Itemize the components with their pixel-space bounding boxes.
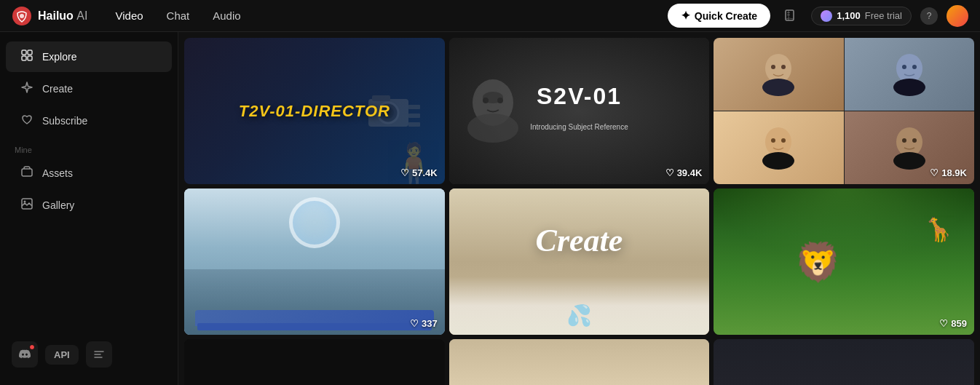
nav-right: ✦ Quick Create 1,100 Free trial ? (668, 4, 968, 28)
gallery-label: Gallery (42, 199, 74, 211)
list-button[interactable] (86, 341, 112, 368)
credits-amount: 1,100 (837, 10, 861, 21)
credits-badge[interactable]: 1,100 Free trial (811, 7, 912, 25)
video-card-dark2[interactable]: 🥛 (449, 339, 710, 385)
svg-point-21 (483, 98, 489, 103)
sidebar-item-subscribe[interactable]: Subscribe (6, 106, 172, 136)
heart-icon: ♡ (939, 318, 948, 329)
s2v-subtitle: Introducing Subject Reference (530, 123, 628, 131)
notification-dot (29, 344, 35, 350)
nav-audio[interactable]: Audio (202, 5, 250, 26)
heart-icon: ♡ (410, 318, 419, 329)
like-count: 337 (422, 318, 438, 329)
svg-point-38 (912, 138, 917, 143)
sidebar-item-explore[interactable]: Explore (6, 41, 172, 72)
sidebar-item-gallery[interactable]: Gallery (6, 190, 172, 221)
book-icon-button[interactable] (779, 4, 802, 28)
subscribe-label: Subscribe (42, 115, 87, 127)
face-3 (714, 111, 843, 184)
main-layout: Explore Create Subscribe Mine Assets (0, 32, 980, 385)
book-icon (783, 9, 798, 23)
svg-rect-17 (408, 122, 420, 127)
mine-section-label: Mine (0, 137, 178, 157)
hailuo-logo-icon (12, 6, 32, 26)
nav-video[interactable]: Video (105, 5, 153, 26)
svg-point-26 (781, 65, 786, 69)
svg-point-30 (912, 65, 917, 69)
svg-point-25 (771, 65, 775, 69)
card-stats-s2v: ♡ 39.4K (665, 167, 703, 178)
video-card-create-milk[interactable]: Create 💦 (449, 188, 710, 335)
svg-point-31 (893, 79, 925, 96)
svg-rect-5 (22, 50, 26, 55)
face-grid (714, 38, 974, 184)
heart-icon: ♡ (665, 167, 674, 178)
app-name: Hailuo AI (38, 9, 87, 23)
sidebar-item-assets[interactable]: Assets (6, 158, 172, 188)
face-2 (845, 38, 974, 111)
svg-rect-3 (787, 12, 790, 13)
logo[interactable]: Hailuo AI (12, 6, 87, 26)
svg-point-34 (781, 138, 786, 143)
svg-rect-7 (22, 56, 26, 60)
svg-rect-18 (372, 95, 390, 101)
video-card-t2v[interactable]: 🧍 T2V-01-DIRECTOR ♡ 57.4K (184, 38, 445, 184)
svg-point-39 (893, 152, 925, 170)
svg-rect-6 (28, 50, 32, 55)
svg-rect-8 (28, 56, 32, 60)
discord-button[interactable] (12, 341, 38, 368)
create-icon (20, 81, 33, 97)
video-card-faces[interactable]: ♡ 18.9K (714, 38, 974, 184)
credits-icon (821, 10, 832, 22)
s2v-title: S2V-01 (537, 83, 622, 110)
sidebar-item-create[interactable]: Create (6, 74, 172, 104)
svg-point-33 (771, 138, 775, 143)
video-card-dark1[interactable] (184, 339, 445, 385)
content-area: 🧍 T2V-01-DIRECTOR ♡ 57.4K (178, 32, 980, 385)
heart-icon: ♡ (400, 167, 409, 178)
video-card-lion[interactable]: 🦁 🦒 ♡ 859 (714, 188, 974, 335)
card-stats-faces: ♡ 18.9K (930, 167, 967, 178)
card-stats-lion: ♡ 859 (939, 318, 967, 329)
svg-rect-9 (22, 169, 32, 176)
like-count: 39.4K (677, 167, 703, 178)
face-1 (714, 38, 843, 111)
quick-create-button[interactable]: ✦ Quick Create (668, 4, 770, 28)
video-card-s2v[interactable]: S2V-01 Introducing Subject Reference ♡ 3… (449, 38, 710, 184)
svg-point-11 (24, 201, 26, 203)
svg-point-37 (902, 138, 906, 143)
top-navigation: Hailuo AI Video Chat Audio ✦ Quick Creat… (0, 0, 980, 32)
create-label: Create (42, 83, 73, 95)
explore-label: Explore (42, 51, 76, 63)
assets-icon (20, 165, 33, 181)
subscribe-icon (20, 113, 33, 129)
avatar[interactable] (947, 5, 968, 27)
help-button[interactable]: ? (920, 7, 938, 25)
svg-point-35 (762, 152, 794, 170)
nav-links: Video Chat Audio (105, 5, 661, 26)
card-stats-room: ♡ 337 (410, 318, 438, 329)
video-card-portrait[interactable] (714, 339, 974, 385)
sidebar-bottom: API (0, 333, 178, 376)
explore-icon (20, 49, 33, 65)
nav-chat[interactable]: Chat (157, 5, 200, 26)
t2v-title: T2V-01-DIRECTOR (239, 102, 390, 121)
plus-icon: ✦ (681, 9, 690, 23)
like-count: 859 (951, 318, 967, 329)
like-count: 18.9K (941, 167, 967, 178)
free-trial-label: Free trial (865, 10, 902, 21)
list-icon (93, 349, 105, 360)
svg-point-1 (20, 14, 24, 18)
svg-rect-16 (408, 114, 420, 118)
svg-point-29 (902, 65, 906, 69)
video-card-room[interactable]: ♡ 337 (184, 188, 445, 335)
video-grid: 🧍 T2V-01-DIRECTOR ♡ 57.4K (184, 38, 974, 385)
discord-icon (18, 348, 31, 361)
svg-point-27 (762, 79, 794, 96)
heart-icon: ♡ (930, 167, 938, 178)
card-stats-t2v: ♡ 57.4K (400, 167, 438, 178)
gallery-icon (20, 197, 33, 213)
api-button[interactable]: API (45, 345, 79, 365)
svg-point-22 (497, 98, 503, 103)
create-word: Create (536, 221, 623, 258)
